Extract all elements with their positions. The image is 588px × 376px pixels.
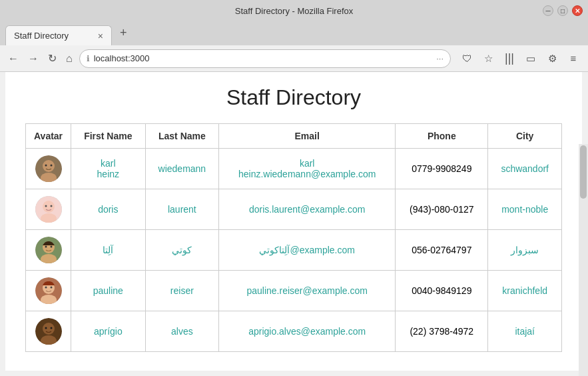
phone-cell: (943)-080-0127 xyxy=(396,189,488,230)
active-tab[interactable]: Staff Directory × xyxy=(5,25,112,45)
forward-button[interactable]: → xyxy=(25,51,41,66)
avatar-cell xyxy=(26,149,71,189)
url-bar[interactable]: ℹ localhost:3000 ··· xyxy=(79,49,451,68)
window-controls: ─ □ ✕ xyxy=(543,5,583,16)
col-email: Email xyxy=(219,124,396,149)
svg-point-8 xyxy=(45,205,47,207)
svg-point-18 xyxy=(45,287,47,289)
tab-bar: Staff Directory × + xyxy=(0,21,588,45)
table-row: آلِتاكوتيآلِتاكوتي@example.com056-027647… xyxy=(26,230,562,271)
col-phone: Phone xyxy=(396,124,488,149)
url-options-icon[interactable]: ··· xyxy=(436,53,443,63)
new-tab-button[interactable]: + xyxy=(115,23,133,43)
avatar-cell xyxy=(26,189,71,230)
email-cell: aprigio.alves@example.com xyxy=(219,311,396,352)
first-name-cell: آلِتا xyxy=(71,230,145,271)
library-icon[interactable]: ||| xyxy=(500,49,519,68)
staff-table: Avatar First Name Last Name Email Phone … xyxy=(25,123,562,352)
phone-cell: 0779-9908249 xyxy=(396,149,488,189)
svg-point-6 xyxy=(43,201,55,213)
svg-point-24 xyxy=(50,327,52,329)
phone-cell: 056-02764797 xyxy=(396,230,488,271)
close-button[interactable]: ✕ xyxy=(572,5,583,16)
extensions-icon[interactable]: ⚙ xyxy=(543,49,561,68)
svg-point-3 xyxy=(45,165,47,167)
back-button[interactable]: ← xyxy=(5,51,21,66)
last-name-cell: laurent xyxy=(145,189,219,230)
svg-point-23 xyxy=(45,327,47,329)
svg-point-4 xyxy=(50,165,52,167)
title-bar: Staff Directory - Mozilla Firefox ─ □ ✕ xyxy=(0,0,588,21)
address-bar: ← → ↻ ⌂ ℹ localhost:3000 ··· 🛡 ☆ ||| ▭ ⚙… xyxy=(0,45,588,72)
city-cell: kranichfeld xyxy=(488,271,562,311)
shield-icon[interactable]: 🛡 xyxy=(457,49,476,68)
scrollbar-track[interactable] xyxy=(579,144,588,376)
bookmark-icon[interactable]: ☆ xyxy=(479,49,497,68)
first-name-cell: aprígio xyxy=(71,311,145,352)
phone-cell: 0040-9849129 xyxy=(396,271,488,311)
table-row: dorislaurentdoris.laurent@example.com(94… xyxy=(26,189,562,230)
city-cell: سبزوار xyxy=(488,230,562,271)
avatar xyxy=(35,277,62,304)
restore-button[interactable]: □ xyxy=(557,5,568,16)
avatar xyxy=(35,196,62,223)
page-title: Staff Directory xyxy=(25,85,562,110)
menu-icon[interactable]: ≡ xyxy=(564,49,583,68)
city-cell: mont-noble xyxy=(488,189,562,230)
home-button[interactable]: ⌂ xyxy=(63,51,75,66)
first-name-cell: pauline xyxy=(71,271,145,311)
svg-point-19 xyxy=(50,287,52,289)
avatar-cell xyxy=(26,311,71,352)
first-name-cell: karl heinz xyxy=(71,149,145,189)
table-body: karl heinzwiedemannkarl heinz.wiedemann@… xyxy=(26,149,562,352)
col-avatar: Avatar xyxy=(26,124,71,149)
tab-label: Staff Directory xyxy=(14,31,69,41)
col-first-name: First Name xyxy=(71,124,145,149)
avatar xyxy=(35,318,62,345)
svg-point-13 xyxy=(45,246,47,248)
last-name-cell: wiedemann xyxy=(145,149,219,189)
city-cell: itajaí xyxy=(488,311,562,352)
avatar-cell xyxy=(26,230,71,271)
phone-cell: (22) 3798-4972 xyxy=(396,311,488,352)
header-row: Avatar First Name Last Name Email Phone … xyxy=(26,124,562,149)
browser-window: Staff Directory - Mozilla Firefox ─ □ ✕ … xyxy=(0,0,588,376)
table-header: Avatar First Name Last Name Email Phone … xyxy=(26,124,562,149)
svg-point-21 xyxy=(43,323,55,335)
col-last-name: Last Name xyxy=(145,124,219,149)
email-cell: doris.laurent@example.com xyxy=(219,189,396,230)
window-title: Staff Directory - Mozilla Firefox xyxy=(0,6,588,16)
reader-view-icon[interactable]: ▭ xyxy=(521,49,540,68)
email-cell: pauline.reiser@example.com xyxy=(219,271,396,311)
toolbar-icons: 🛡 ☆ ||| ▭ ⚙ ≡ xyxy=(457,49,583,68)
col-city: City xyxy=(488,124,562,149)
refresh-button[interactable]: ↻ xyxy=(45,51,59,66)
page-content: Staff Directory Avatar First Name Last N… xyxy=(5,72,582,371)
svg-point-1 xyxy=(43,160,55,172)
first-name-cell: doris xyxy=(71,189,145,230)
last-name-cell: كوتي xyxy=(145,230,219,271)
security-icon: ℹ xyxy=(87,54,90,63)
avatar xyxy=(35,237,62,263)
last-name-cell: reiser xyxy=(145,271,219,311)
table-row: aprígioalvesaprigio.alves@example.com(22… xyxy=(26,311,562,352)
avatar xyxy=(35,155,62,182)
svg-point-14 xyxy=(50,246,52,248)
scrollbar-thumb[interactable] xyxy=(580,145,587,199)
url-text: localhost:3000 xyxy=(94,53,432,63)
svg-point-9 xyxy=(50,205,52,207)
tab-close-button[interactable]: × xyxy=(98,31,103,41)
last-name-cell: alves xyxy=(145,311,219,352)
table-row: paulinereiserpauline.reiser@example.com0… xyxy=(26,271,562,311)
table-row: karl heinzwiedemannkarl heinz.wiedemann@… xyxy=(26,149,562,189)
avatar-cell xyxy=(26,271,71,311)
minimize-button[interactable]: ─ xyxy=(543,5,553,16)
email-cell: karl heinz.wiedemann@example.com xyxy=(219,149,396,189)
email-cell: آلِتاكوتي@example.com xyxy=(219,230,396,271)
city-cell: schwandorf xyxy=(488,149,562,189)
